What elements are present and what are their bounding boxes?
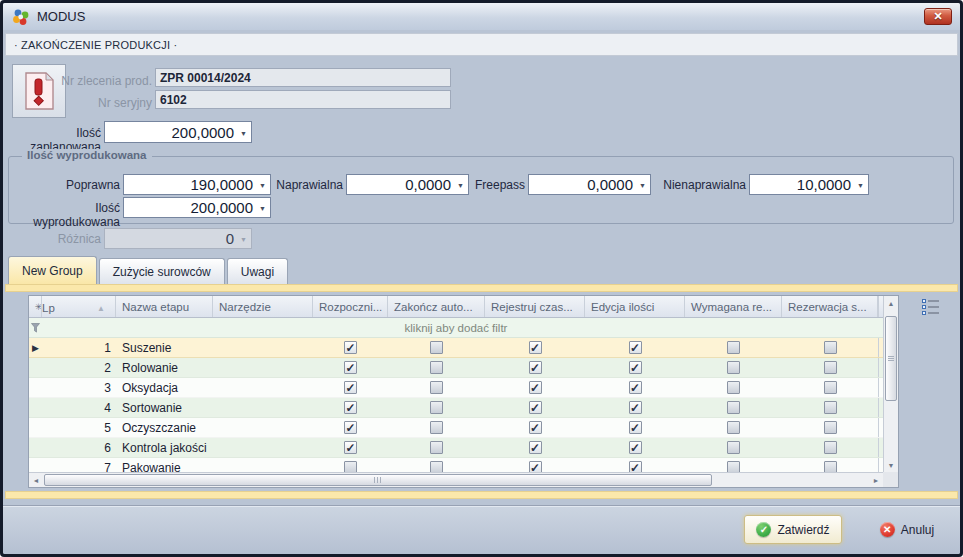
vertical-scrollbar-thumb[interactable] xyxy=(885,316,897,401)
header-indicator-cell[interactable]: ✳ xyxy=(29,296,42,317)
cell-edycja[interactable]: ✓ xyxy=(585,398,685,417)
column-header-wymagana[interactable]: Wymagana re... xyxy=(685,296,782,317)
nienaprawialna-combo[interactable]: 10,0000 ▼ xyxy=(749,174,869,195)
checkbox[interactable]: ✓ xyxy=(727,401,740,414)
cell-rozpocznij[interactable]: ✓ xyxy=(313,458,388,472)
cell-rezerwacja[interactable]: ✓ xyxy=(782,418,878,437)
cell-rezerwacja[interactable]: ✓ xyxy=(782,378,878,397)
checkbox[interactable]: ✓ xyxy=(629,461,642,472)
checkbox[interactable]: ✓ xyxy=(529,361,542,374)
dropdown-icon[interactable]: ▼ xyxy=(857,180,864,189)
tab-zuzycie-surowcow[interactable]: Zużycie surowców xyxy=(99,258,225,284)
cell-zakoncz[interactable]: ✓ xyxy=(388,418,485,437)
cell-rejestruj[interactable]: ✓ xyxy=(485,418,585,437)
cell-wymagana[interactable]: ✓ xyxy=(685,378,782,397)
cell-rozpocznij[interactable]: ✓ xyxy=(313,358,388,377)
checkbox[interactable]: ✓ xyxy=(529,461,542,472)
table-row[interactable]: ▶ 7 Pakowanie ✓ ✓ ✓ ✓ ✓ ✓ xyxy=(29,458,883,472)
serial-number-field[interactable]: 6102 xyxy=(155,90,451,109)
column-header-rejestruj[interactable]: Rejestruj czas... xyxy=(485,296,585,317)
checkbox[interactable]: ✓ xyxy=(529,421,542,434)
checkbox[interactable]: ✓ xyxy=(629,401,642,414)
checkbox[interactable]: ✓ xyxy=(824,461,837,472)
cell-zakoncz[interactable]: ✓ xyxy=(388,358,485,377)
cell-rozpocznij[interactable]: ✓ xyxy=(313,418,388,437)
column-header-lp[interactable]: Lp▲ xyxy=(42,296,116,317)
checkbox[interactable]: ✓ xyxy=(727,441,740,454)
tab-uwagi[interactable]: Uwagi xyxy=(227,258,288,284)
checkbox[interactable]: ✓ xyxy=(344,341,357,354)
checkbox[interactable]: ✓ xyxy=(727,341,740,354)
checkbox[interactable]: ✓ xyxy=(430,401,443,414)
column-header-nazwa-etapu[interactable]: Nazwa etapu xyxy=(116,296,213,317)
table-row[interactable]: ▶ 2 Rolowanie ✓ ✓ ✓ ✓ ✓ ✓ xyxy=(29,358,883,378)
produced-qty-combo[interactable]: 200,0000 ▼ xyxy=(123,197,271,218)
cell-wymagana[interactable]: ✓ xyxy=(685,338,782,357)
table-row[interactable]: ▶ 4 Sortowanie ✓ ✓ ✓ ✓ ✓ ✓ xyxy=(29,398,883,418)
poprawna-combo[interactable]: 190,0000 ▼ xyxy=(123,174,271,195)
column-header-rozpocznij[interactable]: Rozpoczni... xyxy=(313,296,388,317)
cell-edycja[interactable]: ✓ xyxy=(585,358,685,377)
freepass-combo[interactable]: 0,0000 ▼ xyxy=(528,174,651,195)
vertical-scrollbar[interactable]: ▲ ▼ xyxy=(883,296,898,472)
checkbox[interactable]: ✓ xyxy=(529,381,542,394)
cell-rezerwacja[interactable]: ✓ xyxy=(782,358,878,377)
dropdown-icon[interactable]: ▼ xyxy=(259,203,266,212)
cell-rozpocznij[interactable]: ✓ xyxy=(313,438,388,457)
checkbox[interactable]: ✓ xyxy=(344,401,357,414)
checkbox[interactable]: ✓ xyxy=(430,341,443,354)
confirm-button[interactable]: ✓ Zatwierdź xyxy=(744,515,842,544)
table-row[interactable]: ▶ 5 Oczyszczanie ✓ ✓ ✓ ✓ ✓ ✓ xyxy=(29,418,883,438)
horizontal-scrollbar-thumb[interactable] xyxy=(44,474,712,486)
scroll-left-icon[interactable]: ◄ xyxy=(29,473,43,487)
checkbox[interactable]: ✓ xyxy=(344,421,357,434)
cell-wymagana[interactable]: ✓ xyxy=(685,458,782,472)
checkbox[interactable]: ✓ xyxy=(529,441,542,454)
checkbox[interactable]: ✓ xyxy=(824,441,837,454)
cell-wymagana[interactable]: ✓ xyxy=(685,438,782,457)
checkbox[interactable]: ✓ xyxy=(629,381,642,394)
checkbox[interactable]: ✓ xyxy=(344,381,357,394)
checkbox[interactable]: ✓ xyxy=(430,441,443,454)
checkbox[interactable]: ✓ xyxy=(344,461,357,472)
cell-rozpocznij[interactable]: ✓ xyxy=(313,338,388,357)
checkbox[interactable]: ✓ xyxy=(430,421,443,434)
cell-wymagana[interactable]: ✓ xyxy=(685,358,782,377)
cell-zakoncz[interactable]: ✓ xyxy=(388,458,485,472)
cell-rezerwacja[interactable]: ✓ xyxy=(782,458,878,472)
table-row[interactable]: ▶ 1 Suszenie ✓ ✓ ✓ ✓ ✓ ✓ xyxy=(29,338,883,358)
checkbox[interactable]: ✓ xyxy=(430,381,443,394)
tab-new-group[interactable]: New Group xyxy=(8,256,97,284)
cell-edycja[interactable]: ✓ xyxy=(585,458,685,472)
column-header-narzedzie[interactable]: Narzędzie xyxy=(213,296,313,317)
checkbox[interactable]: ✓ xyxy=(629,361,642,374)
table-row[interactable]: ▶ 3 Oksydacja ✓ ✓ ✓ ✓ ✓ ✓ xyxy=(29,378,883,398)
cell-rozpocznij[interactable]: ✓ xyxy=(313,378,388,397)
cell-rezerwacja[interactable]: ✓ xyxy=(782,398,878,417)
planned-qty-combo[interactable]: 200,0000 ▼ xyxy=(104,121,252,143)
scroll-down-icon[interactable]: ▼ xyxy=(884,458,898,472)
checkbox[interactable]: ✓ xyxy=(529,401,542,414)
cell-zakoncz[interactable]: ✓ xyxy=(388,398,485,417)
checkbox[interactable]: ✓ xyxy=(824,421,837,434)
scroll-up-icon[interactable]: ▲ xyxy=(884,296,898,310)
checkbox[interactable]: ✓ xyxy=(727,461,740,472)
cell-edycja[interactable]: ✓ xyxy=(585,418,685,437)
column-header-rezerwacja[interactable]: Rezerwacja s... xyxy=(782,296,878,317)
close-button[interactable]: ✕ xyxy=(924,8,952,25)
cell-rejestruj[interactable]: ✓ xyxy=(485,378,585,397)
filter-row[interactable]: kliknij aby dodać filtr xyxy=(29,318,883,338)
checkbox[interactable]: ✓ xyxy=(824,381,837,394)
cell-rezerwacja[interactable]: ✓ xyxy=(782,438,878,457)
checkbox[interactable]: ✓ xyxy=(629,441,642,454)
checkbox[interactable]: ✓ xyxy=(529,341,542,354)
column-header-zakoncz[interactable]: Zakończ auto... xyxy=(388,296,485,317)
checkbox[interactable]: ✓ xyxy=(824,341,837,354)
cell-rezerwacja[interactable]: ✓ xyxy=(782,338,878,357)
cell-rozpocznij[interactable]: ✓ xyxy=(313,398,388,417)
cell-rejestruj[interactable]: ✓ xyxy=(485,458,585,472)
cell-rejestruj[interactable]: ✓ xyxy=(485,338,585,357)
checkbox[interactable]: ✓ xyxy=(430,361,443,374)
cell-wymagana[interactable]: ✓ xyxy=(685,418,782,437)
checkbox[interactable]: ✓ xyxy=(629,341,642,354)
